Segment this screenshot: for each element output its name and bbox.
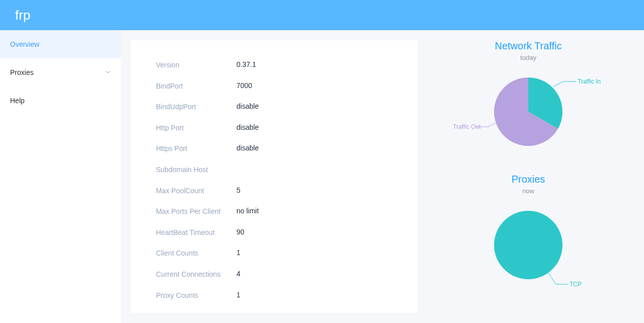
charts-column: Network Traffic today Traffic In Traffic… [423,30,644,323]
main-content: Version 0.37.1 BindPort 7000 BindUdpPort… [121,30,644,323]
info-value: disable [236,123,259,131]
sidebar-item-label: Proxies [10,68,34,76]
chart-subtitle: now [428,187,629,195]
main-container: Overview Proxies Help Version 0.37.1 Bin… [0,30,644,323]
info-label: HeartBeat Timeout [156,228,236,238]
info-card: Version 0.37.1 BindPort 7000 BindUdpPort… [131,40,418,313]
proxies-chart: Proxies now TCP [428,174,629,297]
sidebar-item-overview[interactable]: Overview [0,30,121,58]
sidebar-item-proxies[interactable]: Proxies [0,58,121,87]
info-row: Proxy Counts 1 [156,291,392,301]
info-row: HeartBeat Timeout 90 [156,228,392,238]
sidebar-item-label: Overview [10,40,39,48]
info-row: BindPort 7000 [156,82,392,92]
info-label: Proxy Counts [156,291,236,301]
info-value: disable [236,144,259,152]
info-value: disable [236,102,259,110]
sidebar-item-label: Help [10,97,25,105]
app-header: frp [0,0,644,30]
pie-wrap: TCP [453,205,604,297]
pie-slice-tcp[interactable] [494,211,562,279]
info-value: no limit [236,207,259,215]
info-label: Http Port [156,123,236,133]
info-label: Max Ports Per Client [156,207,236,217]
info-label: Subdomain Host [156,165,236,175]
info-row: Client Counts 1 [156,249,392,259]
chevron-down-icon [106,69,111,76]
info-value: 5 [236,186,240,194]
info-value: 90 [236,228,245,236]
sidebar: Overview Proxies Help [0,30,121,323]
info-label: BindUdpPort [156,102,236,112]
info-row: Current Connections 4 [156,270,392,280]
info-label: BindPort [156,82,236,92]
pie-chart-svg: Traffic In Traffic Out [453,71,604,152]
info-row: Max PoolCount 5 [156,186,392,196]
info-row: Max Ports Per Client no limit [156,207,392,217]
info-value: 4 [236,270,240,278]
info-value: 7000 [236,82,252,90]
info-label: Client Counts [156,249,236,259]
chart-subtitle: today [428,54,629,61]
pie-label-traffic-out: Traffic Out [453,123,481,130]
pie-chart-svg: TCP [453,205,604,295]
chart-title: Proxies [428,174,629,185]
pie-label-tcp: TCP [570,281,582,288]
info-row: Subdomain Host [156,165,392,175]
pie-wrap: Traffic In Traffic Out [453,71,604,153]
info-row: Version 0.37.1 [156,60,392,70]
app-logo: frp [15,8,30,23]
sidebar-item-help[interactable]: Help [0,87,121,115]
pie-label-traffic-in: Traffic In [578,78,601,85]
info-label: Https Port [156,144,236,154]
info-row: Http Port disable [156,123,392,133]
info-label: Current Connections [156,270,236,280]
info-row: BindUdpPort disable [156,102,392,112]
network-traffic-chart: Network Traffic today Traffic In Traffic… [428,40,629,153]
info-value: 0.37.1 [236,60,256,68]
info-value: 1 [236,249,240,257]
info-value: 1 [236,291,240,299]
info-row: Https Port disable [156,144,392,154]
info-label: Version [156,60,236,70]
info-label: Max PoolCount [156,186,236,196]
chart-title: Network Traffic [428,40,629,52]
